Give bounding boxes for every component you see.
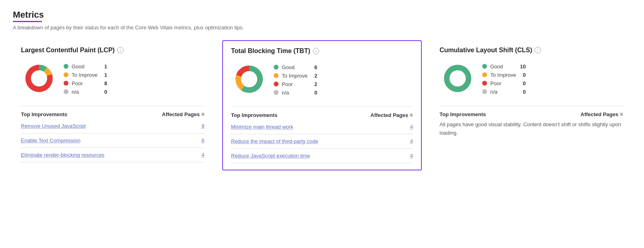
- improvement-row: Eliminate render-blocking resources 4: [21, 148, 204, 162]
- info-icon-tbt[interactable]: i: [313, 48, 319, 54]
- legend-item: Good 1: [64, 64, 107, 70]
- legend-label: To Improve: [490, 72, 516, 78]
- improvements-header-lcp: Top Improvements Affected Pages ≡: [21, 111, 204, 117]
- legend-label: To Improve: [282, 73, 308, 79]
- empty-message-cls: All pages have good visual stability. Co…: [440, 121, 623, 137]
- legend-label: n/a: [282, 90, 308, 96]
- improvement-row: Reduce JavaScript execution time 4: [231, 149, 413, 163]
- filter-icon-cls[interactable]: ≡: [620, 111, 623, 117]
- metric-title-text-cls: Cumulative Layout Shift (CLS): [440, 47, 532, 54]
- legend-item: Poor 2: [274, 81, 317, 87]
- legend-item: Good 10: [482, 64, 526, 70]
- legend-dot: [274, 65, 279, 70]
- legend-item: n/a 0: [274, 90, 317, 96]
- top-improvements-label: Top Improvements: [21, 111, 67, 117]
- legend-dot: [482, 72, 487, 77]
- svg-point-4: [450, 70, 466, 86]
- legend-label: Good: [282, 64, 308, 70]
- svg-point-1: [241, 71, 257, 87]
- metrics-grid: Largest Contentful Paint (LCP) i Good 1 …: [13, 40, 631, 170]
- legend-value: 2: [311, 81, 317, 87]
- metric-title-cls: Cumulative Layout Shift (CLS) i: [440, 47, 623, 54]
- improvement-count: 4: [405, 138, 413, 144]
- chart-legend-cls: Good 10 To Improve 0 Poor 0 n/a 0: [440, 60, 623, 98]
- improvements-header-tbt: Top Improvements Affected Pages ≡: [231, 112, 413, 118]
- divider: [440, 106, 623, 106]
- legend-label: n/a: [72, 89, 97, 95]
- chart-legend-lcp: Good 1 To Improve 1 Poor 8 n/a 0: [21, 60, 204, 98]
- legend-dot: [64, 89, 68, 94]
- legend-label: To Improve: [72, 72, 97, 78]
- legend-value: 6: [311, 64, 317, 70]
- improvement-link[interactable]: Remove Unused JavaScript: [21, 123, 86, 129]
- filter-icon-tbt[interactable]: ≡: [410, 112, 413, 118]
- page-title: Metrics: [13, 10, 631, 20]
- legend-lcp: Good 1 To Improve 1 Poor 8 n/a 0: [64, 64, 107, 95]
- metric-title-tbt: Total Blocking Time (TBT) i: [231, 47, 413, 55]
- improvement-count: 4: [196, 152, 204, 158]
- legend-value: 0: [519, 80, 526, 86]
- legend-label: Poor: [72, 80, 97, 86]
- legend-label: Poor: [490, 80, 516, 86]
- improvement-count: 9: [196, 123, 204, 129]
- legend-item: n/a 0: [482, 89, 526, 95]
- divider: [21, 106, 204, 106]
- legend-value: 0: [519, 72, 526, 78]
- improvement-link[interactable]: Reduce JavaScript execution time: [231, 153, 310, 159]
- improvement-count: 4: [405, 124, 413, 130]
- legend-dot: [274, 73, 279, 78]
- legend-label: Poor: [282, 81, 308, 87]
- legend-item: Good 6: [274, 64, 317, 70]
- legend-value: 1: [101, 72, 107, 78]
- improvement-link[interactable]: Enable Text Compression: [21, 137, 80, 143]
- improvement-row: Remove Unused JavaScript 9: [21, 119, 204, 133]
- legend-value: 8: [101, 80, 107, 86]
- legend-item: n/a 0: [64, 89, 107, 95]
- improvement-row: Reduce the impact of third-party code 4: [231, 134, 413, 149]
- improvement-link[interactable]: Eliminate render-blocking resources: [21, 152, 104, 158]
- metric-card-cls: Cumulative Layout Shift (CLS) i Good 10 …: [431, 40, 631, 170]
- legend-item: Poor 8: [64, 80, 107, 86]
- legend-item: To Improve 0: [482, 72, 526, 78]
- legend-tbt: Good 6 To Improve 2 Poor 2 n/a 0: [274, 64, 317, 96]
- page-subtitle: A breakdown of pages by their status for…: [13, 25, 631, 31]
- info-icon-lcp[interactable]: i: [117, 47, 124, 53]
- info-icon-cls[interactable]: i: [535, 47, 541, 53]
- legend-value: 0: [101, 89, 107, 95]
- affected-pages-label: Affected Pages ≡: [370, 112, 413, 118]
- legend-value: 0: [311, 90, 317, 96]
- metric-title-text-tbt: Total Blocking Time (TBT): [231, 47, 310, 55]
- donut-chart-tbt: [231, 61, 267, 98]
- improvement-row: Enable Text Compression 6: [21, 133, 204, 148]
- page-title-container: Metrics A breakdown of pages by their st…: [13, 10, 631, 31]
- improvement-count: 6: [196, 137, 204, 143]
- legend-dot: [274, 90, 279, 95]
- legend-label: Good: [490, 64, 516, 70]
- filter-icon-lcp[interactable]: ≡: [201, 111, 204, 117]
- legend-dot: [64, 81, 68, 86]
- legend-value: 1: [101, 64, 107, 70]
- legend-value: 2: [311, 73, 317, 79]
- top-improvements-label: Top Improvements: [440, 111, 486, 117]
- legend-dot: [482, 81, 487, 86]
- metric-card-lcp: Largest Contentful Paint (LCP) i Good 1 …: [13, 40, 213, 170]
- metric-title-lcp: Largest Contentful Paint (LCP) i: [21, 47, 204, 54]
- legend-item: To Improve 2: [274, 73, 317, 79]
- metric-card-tbt: Total Blocking Time (TBT) i Good 6 To Im…: [222, 40, 422, 170]
- divider: [231, 107, 413, 107]
- donut-chart-cls: [440, 60, 476, 98]
- legend-item: Poor 0: [482, 80, 526, 86]
- improvements-header-cls: Top Improvements Affected Pages ≡: [440, 111, 623, 117]
- legend-dot: [482, 89, 487, 94]
- improvement-count: 4: [405, 153, 413, 159]
- legend-dot: [482, 64, 487, 69]
- legend-item: To Improve 1: [64, 72, 107, 78]
- legend-value: 0: [519, 89, 526, 95]
- affected-pages-label: Affected Pages ≡: [580, 111, 623, 117]
- metric-title-text-lcp: Largest Contentful Paint (LCP): [21, 47, 115, 54]
- improvement-link[interactable]: Reduce the impact of third-party code: [231, 138, 318, 144]
- donut-chart-lcp: [21, 60, 57, 98]
- improvement-link[interactable]: Minimize main thread work: [231, 124, 293, 130]
- improvement-row: Minimize main thread work 4: [231, 120, 413, 134]
- legend-dot: [274, 82, 279, 86]
